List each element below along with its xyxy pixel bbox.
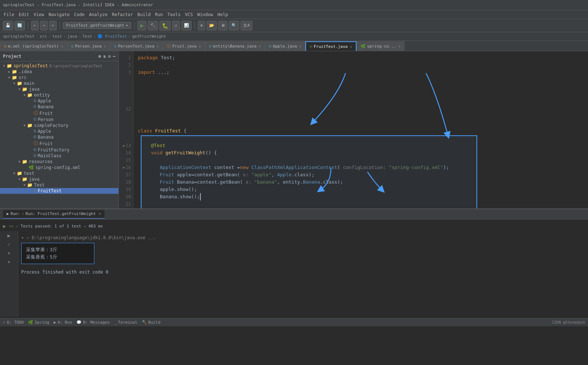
tree-item-src[interactable]: ▼ 📁 src <box>0 75 118 80</box>
tree-item-idea[interactable]: ▶ 📁 .idea <box>0 69 118 75</box>
line-num-21: 21 <box>121 200 131 208</box>
close-icon[interactable]: ✕ <box>199 44 201 48</box>
tree-item-sf-banana[interactable]: © Banana <box>0 134 118 140</box>
code-area[interactable]: package Test; import ...; class FruitTes… <box>133 51 588 208</box>
tree-item-springconfig-xml[interactable]: 🌿 spring-config.xml <box>0 165 118 170</box>
play-button[interactable]: ▶ <box>3 223 6 229</box>
terminal-button[interactable]: 🖥 <box>218 21 227 30</box>
run-tab-close[interactable]: ✕ <box>99 211 101 216</box>
menu-navigate[interactable]: Navigate <box>46 12 72 17</box>
revert-button[interactable]: ↩ <box>49 21 57 30</box>
tree-item-fruitTest[interactable]: © FruitTest <box>0 188 118 194</box>
sidebar-run-icon[interactable]: ▶ <box>7 233 10 238</box>
profile-button[interactable]: 📊 <box>181 21 192 30</box>
tree-item-test-pkg[interactable]: ▼ 📁 Test <box>0 182 118 188</box>
breadcrumb-sep-4: › <box>79 34 81 39</box>
project-minus-icon[interactable]: — <box>113 54 116 59</box>
close-icon[interactable]: ✕ <box>299 44 301 48</box>
project-settings-icon[interactable]: ⚙ <box>108 54 111 59</box>
breadcrumb-sep-5: › <box>94 34 96 39</box>
breadcrumb-item-1[interactable]: springlocTest <box>3 34 34 39</box>
tree-item-sf-fruit[interactable]: Ⓘ Fruit <box>0 140 118 147</box>
file-indicator[interactable]: FruitTest.getFruitWeight ▾ <box>63 22 132 29</box>
project-sort-icon[interactable]: ⇅ <box>103 54 106 59</box>
status-spring[interactable]: 🌿 Spring <box>28 320 49 325</box>
forward-button[interactable]: → <box>40 21 48 30</box>
tab-persontest[interactable]: © PersonTest.java ✕ <box>110 41 163 51</box>
tree-item-entity-apple[interactable]: © Apple <box>0 98 118 104</box>
status-build[interactable]: 🔨 Build <box>142 320 161 325</box>
run-java-cmd: ▾ ✓ D:\programinglanguage\jdk1.8.0\bin\j… <box>21 234 585 241</box>
coverage-button[interactable]: ☑ <box>172 21 180 30</box>
status-todo[interactable]: ✓ 6: TODO <box>3 320 24 325</box>
status-run[interactable]: ▶ 4: Run <box>54 320 72 325</box>
status-messages[interactable]: 💬 0: Messages <box>76 320 110 325</box>
breadcrumb-item-5[interactable]: Test <box>82 34 92 39</box>
close-icon[interactable]: ✕ <box>104 44 106 48</box>
tree-item-entity[interactable]: ▼ 📁 entity <box>0 92 118 98</box>
menu-refactor[interactable]: Refactor <box>110 12 135 17</box>
tree-item-label: resources <box>29 159 53 164</box>
tree-item-java-test[interactable]: ▼ 📁 java <box>0 176 118 182</box>
tree-item-test[interactable]: ▼ 📁 test <box>0 170 118 176</box>
menu-view[interactable]: View <box>31 12 46 17</box>
back-button[interactable]: ← <box>31 21 39 30</box>
search-button[interactable]: 🔍 <box>229 21 239 30</box>
menu-run[interactable]: Run <box>153 12 165 17</box>
sync-button[interactable]: 🔄 <box>15 21 25 30</box>
toolbar-sep-1 <box>28 22 28 29</box>
sidebar-expand-icon[interactable]: ▾ <box>7 250 10 256</box>
close-icon[interactable]: ✕ <box>398 44 400 48</box>
tab-person[interactable]: © Person.java ✕ <box>67 41 110 51</box>
tab-mxml[interactable]: ⚙ m.xml (springlocTest) ✕ <box>0 41 67 51</box>
tree-item-simplefactory[interactable]: ▼ 📁 simpleFactory <box>0 123 118 128</box>
tree-item-main[interactable]: ▼ 📁 main <box>0 80 118 86</box>
menu-tools[interactable]: Tools <box>165 12 183 17</box>
tree-item-sf-apple[interactable]: © Apple <box>0 128 118 134</box>
save-button[interactable]: 💾 <box>3 21 13 30</box>
settings-button[interactable]: ⚙ <box>198 21 206 30</box>
tree-item-java-main[interactable]: ▼ 📁 java <box>0 86 118 92</box>
tree-item-resources[interactable]: ▼ 📁 resources <box>0 159 118 165</box>
breadcrumb-item-2[interactable]: src <box>40 34 47 39</box>
project-add-icon[interactable]: ⊕ <box>98 54 101 59</box>
run-button[interactable]: ▶ <box>137 21 146 30</box>
menu-analyze[interactable]: Analyze <box>87 12 110 17</box>
close-icon[interactable]: ✕ <box>259 44 261 48</box>
menu-code[interactable]: Code <box>72 12 87 17</box>
code-line-22: Banana.show(); <box>138 193 584 200</box>
close-icon[interactable]: ✕ <box>350 45 352 49</box>
tree-item-entity-person[interactable]: © Person <box>0 117 118 123</box>
breadcrumb-item-4[interactable]: java <box>67 34 77 39</box>
tab-run[interactable]: ▶ Run: ⚡ Run: FruitTest.getFruitWeight ✕ <box>3 210 105 219</box>
breadcrumb-item-3[interactable]: test <box>52 34 62 39</box>
breadcrumb-item-6[interactable]: 🔵 FruitTest <box>98 34 127 39</box>
tab-springconfig[interactable]: 🌿 spring-co... ✕ <box>357 41 405 51</box>
build-button[interactable]: 🔨 <box>148 21 158 30</box>
tab-banana[interactable]: © entity\Banana.java ✕ <box>205 41 265 51</box>
menu-vcs[interactable]: VCS <box>183 12 195 17</box>
status-terminal[interactable]: _ Terminal <box>114 320 137 325</box>
tree-item-entity-fruit[interactable]: Ⓘ Fruit <box>0 110 118 117</box>
breadcrumb-item-7[interactable]: getFruitWeight <box>132 34 166 39</box>
tab-fruitTest[interactable]: © FruitTest.java ✕ <box>305 41 356 51</box>
vcs-button[interactable]: 📂 <box>207 21 217 30</box>
sidebar-collapse-icon[interactable]: ▾ <box>7 259 10 265</box>
line-num-12: 12 <box>121 76 131 142</box>
tab-apple[interactable]: © Apple.java ✕ <box>265 41 305 51</box>
menu-edit[interactable]: Edit <box>16 12 31 17</box>
close-icon[interactable]: ✕ <box>61 44 63 48</box>
translate-button[interactable]: 文A <box>241 21 252 30</box>
close-icon[interactable]: ✕ <box>157 44 159 48</box>
tree-item-entity-banana[interactable]: © Banana <box>0 104 118 110</box>
tab-fruit[interactable]: Ⓘ Fruit.java ✕ <box>163 41 205 51</box>
menu-window[interactable]: Window <box>195 12 215 17</box>
tree-item-label: Apple <box>38 129 51 134</box>
tree-item-sf-mainclass[interactable]: © MainClass <box>0 153 118 159</box>
menu-build[interactable]: Build <box>135 12 153 17</box>
tree-item-sf-fruitfactory[interactable]: © FruitFactory <box>0 147 118 153</box>
menu-help[interactable]: Help <box>215 12 230 17</box>
menu-file[interactable]: File <box>1 12 16 17</box>
tree-item-root[interactable]: ▼ 📁 springlocTest D:\project\springlocTe… <box>0 63 118 69</box>
debug-button[interactable]: 🐛 <box>159 21 171 30</box>
